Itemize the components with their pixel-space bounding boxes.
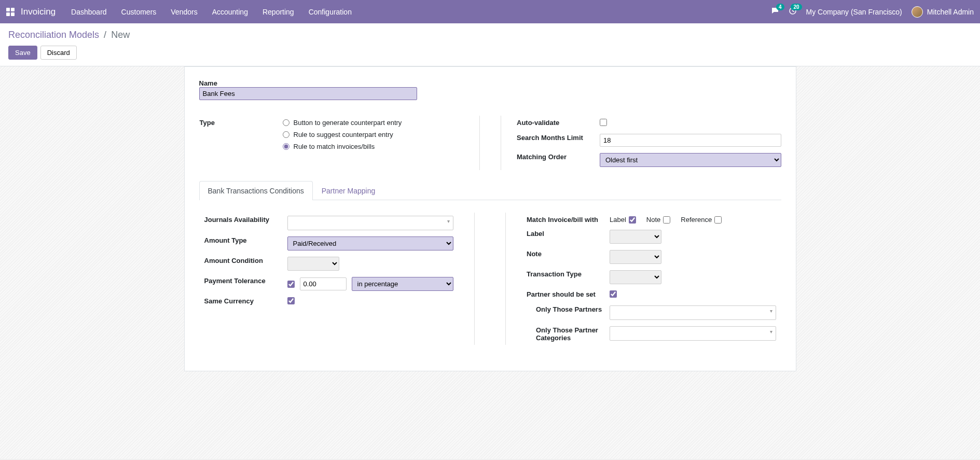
type-option-1[interactable]: Rule to suggest counterpart entry bbox=[294, 131, 393, 138]
tab-content: Journals Availability Amount Type Paid/R… bbox=[199, 200, 781, 350]
auto-validate-checkbox[interactable] bbox=[600, 119, 607, 126]
name-label: Name bbox=[199, 79, 781, 87]
pay-tol-label: Payment Tolerance bbox=[204, 274, 287, 294]
match-with-label: Match Invoice/bill with bbox=[527, 213, 610, 227]
tab-bank-transactions[interactable]: Bank Transactions Conditions bbox=[199, 181, 313, 200]
match-note-checkbox[interactable] bbox=[663, 216, 670, 224]
only-partners-input[interactable] bbox=[610, 305, 776, 320]
apps-icon[interactable] bbox=[6, 8, 15, 16]
navbar: Invoicing Dashboard Customers Vendors Ac… bbox=[0, 0, 980, 23]
tabs: Bank Transactions Conditions Partner Map… bbox=[199, 180, 781, 200]
name-input[interactable] bbox=[199, 87, 417, 100]
amount-type-label: Amount Type bbox=[204, 233, 287, 254]
breadcrumb-current: New bbox=[111, 30, 130, 40]
months-limit-label: Search Months Limit bbox=[517, 131, 600, 150]
company-selector[interactable]: My Company (San Francisco) bbox=[806, 8, 902, 16]
journals-input[interactable] bbox=[287, 216, 454, 230]
breadcrumb-parent[interactable]: Reconciliation Models bbox=[8, 30, 99, 40]
note-field-label: Note bbox=[527, 247, 610, 267]
breadcrumb: Reconciliation Models / New bbox=[8, 30, 972, 40]
pay-tol-amount-input[interactable] bbox=[300, 277, 347, 290]
amount-cond-label: Amount Condition bbox=[204, 254, 287, 274]
discard-button[interactable]: Discard bbox=[40, 46, 77, 60]
control-panel: Reconciliation Models / New Save Discard bbox=[0, 23, 980, 66]
partner-set-label: Partner should be set bbox=[527, 287, 610, 302]
user-name: Mitchell Admin bbox=[927, 8, 974, 16]
tx-type-select[interactable] bbox=[610, 270, 661, 284]
nav-item-accounting[interactable]: Accounting bbox=[212, 8, 248, 16]
type-option-0[interactable]: Button to generate counterpart entry bbox=[294, 119, 402, 127]
matching-order-select[interactable]: Oldest first bbox=[600, 153, 781, 167]
type-option-2[interactable]: Rule to match invoices/bills bbox=[294, 143, 375, 150]
label-select[interactable] bbox=[610, 230, 661, 244]
auto-validate-label: Auto-validate bbox=[517, 116, 600, 131]
activities-icon[interactable]: 20 bbox=[789, 7, 797, 17]
save-button[interactable]: Save bbox=[8, 46, 37, 60]
pay-tol-checkbox[interactable] bbox=[287, 281, 295, 288]
same-curr-label: Same Currency bbox=[204, 294, 287, 309]
match-ref-checkbox[interactable] bbox=[714, 216, 722, 224]
match-ref-option[interactable]: Reference bbox=[681, 216, 722, 224]
journals-label: Journals Availability bbox=[204, 213, 287, 233]
pay-tol-unit-select[interactable]: in percentage bbox=[352, 277, 454, 291]
match-label-option[interactable]: Label bbox=[610, 216, 636, 224]
label-field-label: Label bbox=[527, 227, 610, 247]
partner-set-checkbox[interactable] bbox=[610, 290, 617, 298]
nav-item-configuration[interactable]: Configuration bbox=[309, 8, 352, 16]
matching-order-label: Matching Order bbox=[517, 150, 600, 170]
match-note-option[interactable]: Note bbox=[646, 216, 670, 224]
user-menu[interactable]: Mitchell Admin bbox=[912, 6, 974, 18]
activities-badge: 20 bbox=[791, 4, 802, 10]
only-cats-label: Only Those Partner Categories bbox=[527, 323, 610, 345]
app-title[interactable]: Invoicing bbox=[21, 7, 56, 17]
breadcrumb-sep: / bbox=[104, 30, 106, 40]
type-label: Type bbox=[200, 116, 283, 158]
messages-icon[interactable]: 4 bbox=[771, 7, 779, 17]
only-partners-label: Only Those Partners bbox=[527, 302, 610, 323]
type-radio-rule-suggest[interactable] bbox=[283, 131, 289, 138]
amount-cond-select[interactable] bbox=[287, 257, 339, 271]
same-curr-checkbox[interactable] bbox=[287, 297, 295, 304]
only-cats-input[interactable] bbox=[610, 326, 776, 341]
tx-type-label: Transaction Type bbox=[527, 267, 610, 287]
nav-item-vendors[interactable]: Vendors bbox=[171, 8, 197, 16]
nav-item-reporting[interactable]: Reporting bbox=[263, 8, 294, 16]
note-select[interactable] bbox=[610, 250, 661, 264]
nav-item-dashboard[interactable]: Dashboard bbox=[71, 8, 107, 16]
months-limit-input[interactable] bbox=[600, 134, 781, 147]
amount-type-select[interactable]: Paid/Received bbox=[287, 236, 454, 250]
nav-menu: Dashboard Customers Vendors Accounting R… bbox=[71, 8, 770, 16]
form-sheet: Name Type Button to generate counterpart… bbox=[184, 66, 796, 371]
tab-partner-mapping[interactable]: Partner Mapping bbox=[313, 181, 384, 200]
match-label-checkbox[interactable] bbox=[629, 216, 636, 224]
nav-item-customers[interactable]: Customers bbox=[121, 8, 157, 16]
messages-badge: 4 bbox=[776, 4, 784, 10]
type-radio-button[interactable] bbox=[283, 119, 289, 126]
avatar bbox=[912, 6, 923, 18]
type-radio-rule-match[interactable] bbox=[283, 143, 289, 150]
